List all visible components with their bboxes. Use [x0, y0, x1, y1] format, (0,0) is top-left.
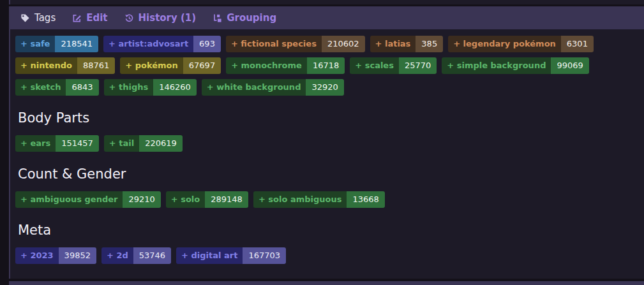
tag-chip-fictional-species: + fictional species210602	[226, 36, 365, 52]
tag-add-link-fictional-species[interactable]: + fictional species	[226, 36, 322, 52]
tag-chip-solo-ambiguous: + solo ambiguous13668	[253, 191, 385, 208]
tag-chip-tail: + tail220619	[104, 135, 183, 152]
tag-chip-legendary-pok-mon: + legendary pokémon6301	[448, 36, 594, 52]
tag-count-2d[interactable]: 53746	[133, 247, 171, 264]
grouping-button-label: Grouping	[227, 12, 276, 24]
tag-count-ears[interactable]: 151457	[56, 135, 99, 152]
tag-count-safe[interactable]: 218541	[55, 36, 98, 52]
tag-add-link-solo[interactable]: + solo	[166, 191, 205, 208]
group-heading-body-parts: Body Parts	[18, 111, 639, 126]
tags-panel: Tags Edit History (1)	[9, 6, 644, 279]
edit-button-label: Edit	[86, 12, 107, 24]
tag-add-link-digital-art[interactable]: + digital art	[176, 247, 243, 264]
tag-chip-pok-mon: + pokémon67697	[120, 57, 221, 74]
tag-chip-simple-background: + simple background99069	[442, 57, 589, 74]
tag-add-link-nintendo[interactable]: + nintendo	[15, 57, 77, 74]
tag-add-link-safe[interactable]: + safe	[15, 36, 55, 52]
tag-add-link-tail[interactable]: + tail	[104, 135, 139, 152]
tag-row: + ambiguous gender29210+ solo289148+ sol…	[15, 191, 639, 208]
tag-count-ambiguous-gender[interactable]: 29210	[123, 191, 160, 208]
edit-button[interactable]: Edit	[72, 12, 107, 24]
tag-chip-digital-art: + digital art167703	[176, 247, 286, 264]
tag-count-pok-mon[interactable]: 67697	[183, 57, 221, 74]
tag-add-link-artist-advosart[interactable]: + artist:advosart	[103, 36, 193, 52]
tag-count-solo-ambiguous[interactable]: 13668	[347, 191, 384, 208]
tag-count-fictional-species[interactable]: 210602	[322, 36, 365, 52]
tags-panel-header: Tags Edit History (1)	[10, 6, 644, 29]
tag-row: + safe218541+ artist:advosart693+ fictio…	[15, 36, 639, 96]
tag-chip-2023: + 202339852	[15, 247, 96, 264]
tag-chip-thighs: + thighs146260	[104, 79, 197, 96]
tag-add-link-scales[interactable]: + scales	[350, 57, 399, 74]
group-heading-count-gender: Count & Gender	[18, 167, 639, 182]
tag-row: + 202339852+ 2d53746+ digital art167703	[15, 247, 639, 264]
history-button[interactable]: History (1)	[124, 12, 197, 24]
tag-count-simple-background[interactable]: 99069	[551, 57, 588, 74]
tag-chip-sketch: + sketch6843	[15, 79, 99, 96]
tag-add-link-simple-background[interactable]: + simple background	[442, 57, 551, 74]
tag-chip-ambiguous-gender: + ambiguous gender29210	[15, 191, 161, 208]
tag-count-artist-advosart[interactable]: 693	[193, 36, 221, 52]
tag-add-link-2d[interactable]: + 2d	[101, 247, 133, 264]
tags-panel-title: Tags	[20, 12, 56, 24]
tag-add-link-solo-ambiguous[interactable]: + solo ambiguous	[253, 191, 347, 208]
tag-add-link-sketch[interactable]: + sketch	[15, 79, 66, 96]
tag-chip-scales: + scales25770	[350, 57, 437, 74]
tag-add-link-legendary-pok-mon[interactable]: + legendary pokémon	[448, 36, 561, 52]
tag-count-tail[interactable]: 220619	[139, 135, 183, 152]
tag-add-link-ears[interactable]: + ears	[15, 135, 56, 152]
tag-count-2023[interactable]: 39852	[59, 247, 96, 264]
tag-groups-container: + safe218541+ artist:advosart693+ fictio…	[10, 29, 644, 274]
tag-count-nintendo[interactable]: 88761	[77, 57, 115, 74]
tag-chip-ears: + ears151457	[15, 135, 99, 152]
tag-count-legendary-pok-mon[interactable]: 6301	[561, 36, 594, 52]
tag-count-digital-art[interactable]: 167703	[243, 247, 286, 264]
tag-count-solo[interactable]: 289148	[205, 191, 248, 208]
tag-count-sketch[interactable]: 6843	[66, 79, 98, 96]
tag-add-link-latias[interactable]: + latias	[370, 36, 416, 52]
tag-count-scales[interactable]: 25770	[399, 57, 437, 74]
tag-add-link-2023[interactable]: + 2023	[15, 247, 59, 264]
history-button-label: History (1)	[139, 12, 197, 24]
grouping-icon	[213, 13, 222, 23]
tag-chip-monochrome: + monochrome16718	[226, 57, 345, 74]
tag-add-link-thighs[interactable]: + thighs	[104, 79, 154, 96]
tag-add-link-white-background[interactable]: + white background	[202, 79, 306, 96]
tag-chip-white-background: + white background32920	[202, 79, 344, 96]
tag-chip-artist-advosart: + artist:advosart693	[103, 36, 221, 52]
tag-add-link-ambiguous-gender[interactable]: + ambiguous gender	[15, 191, 123, 208]
tag-count-latias[interactable]: 385	[416, 36, 443, 52]
tag-count-thighs[interactable]: 146260	[153, 79, 197, 96]
tag-count-monochrome[interactable]: 16718	[307, 57, 345, 74]
tag-icon	[20, 13, 30, 23]
grouping-button[interactable]: Grouping	[213, 12, 276, 24]
group-heading-meta: Meta	[18, 223, 639, 238]
history-icon	[124, 13, 134, 23]
tag-chip-2d: + 2d53746	[101, 247, 171, 264]
next-section-header	[9, 281, 644, 285]
tag-chip-latias: + latias385	[370, 36, 444, 52]
tag-row: + ears151457+ tail220619	[15, 135, 639, 152]
tag-add-link-pok-mon[interactable]: + pokémon	[120, 57, 183, 74]
tag-chip-safe: + safe218541	[15, 36, 98, 52]
previous-section-edge	[9, 0, 644, 4]
tag-add-link-monochrome[interactable]: + monochrome	[226, 57, 307, 74]
edit-pencil-icon	[72, 13, 82, 23]
tag-count-white-background[interactable]: 32920	[306, 79, 343, 96]
tags-panel-title-label: Tags	[34, 12, 56, 24]
tag-chip-solo: + solo289148	[166, 191, 248, 208]
tag-chip-nintendo: + nintendo88761	[15, 57, 115, 74]
